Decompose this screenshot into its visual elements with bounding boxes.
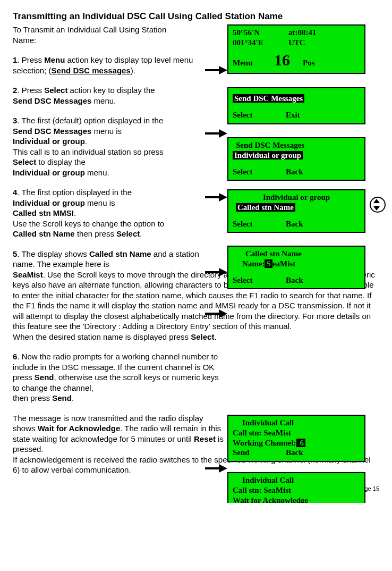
screen2-title: Send DSC Messages <box>233 94 304 103</box>
arrow-6 <box>205 466 227 471</box>
name-label: Name: <box>242 259 265 268</box>
exit-key[interactable]: Exit <box>286 110 300 120</box>
arrow-3 <box>205 195 227 200</box>
screen5-title: Called stn Name <box>245 249 302 258</box>
select-key[interactable]: Select <box>233 110 286 120</box>
radio-screen-5: Called stn Name Name:SeaMist SelectBack <box>227 246 365 289</box>
radio-screen-7: Individual Call Call stn: SeaMist Wait f… <box>227 472 365 503</box>
page-title: Transmitting an Individual DSC Call Usin… <box>13 11 379 22</box>
screen6-title: Individual Call <box>242 418 294 427</box>
radio-screen-3: Send DSC Messages Individual or group Se… <box>227 137 365 181</box>
wait-ack: Wait for Acknowledge <box>233 496 308 503</box>
back-key[interactable]: Back <box>286 167 303 177</box>
screen3-highlight: Individual or group <box>233 151 303 159</box>
screen3-title: Send DSC Messages <box>233 141 304 149</box>
utc: UTC <box>288 38 305 48</box>
screen4-title: Individual or group <box>263 193 330 201</box>
lon: 001°34'E <box>233 38 288 48</box>
back-key[interactable]: Back <box>286 275 303 286</box>
scroll-icon <box>370 197 386 213</box>
radio-screen-6: Individual Call Call stn: SeaMist Workin… <box>227 415 365 462</box>
arrow-1 <box>205 68 227 73</box>
working-channel-value: 6 <box>296 439 305 447</box>
working-channel-label: Working Channel: <box>233 439 296 447</box>
name-value: eaMist <box>272 259 295 268</box>
arrow-4 <box>205 270 227 275</box>
radio-screen-4: Individual or group Called stn Name Sele… <box>227 189 365 233</box>
back-key[interactable]: Back <box>286 448 303 458</box>
send-key[interactable]: Send <box>233 448 286 458</box>
menu-key[interactable]: Menu <box>233 58 274 68</box>
lat: 50°56'N <box>233 28 288 38</box>
radio-screen-2: Send DSC Messages SelectExit <box>227 87 365 124</box>
screen4-highlight: Called stn Name <box>236 203 295 212</box>
radio-screen-1: 50°56'Nat:08:41 001°34'EUTC Menu16Pos <box>227 24 365 74</box>
channel-number: 16 <box>274 50 290 70</box>
select-key[interactable]: Select <box>233 275 286 286</box>
call-stn: Call stn: SeaMist <box>233 486 291 494</box>
name-cursor: S <box>265 259 272 268</box>
pos-key[interactable]: Pos <box>303 58 315 68</box>
time: at:08:41 <box>288 28 317 38</box>
back-key[interactable]: Back <box>286 219 303 229</box>
select-key[interactable]: Select <box>233 219 286 229</box>
arrow-2 <box>205 131 227 136</box>
call-stn: Call stn: SeaMist <box>233 429 291 437</box>
screen7-title: Individual Call <box>242 476 294 484</box>
arrow-5 <box>205 311 227 316</box>
select-key[interactable]: Select <box>233 167 286 177</box>
